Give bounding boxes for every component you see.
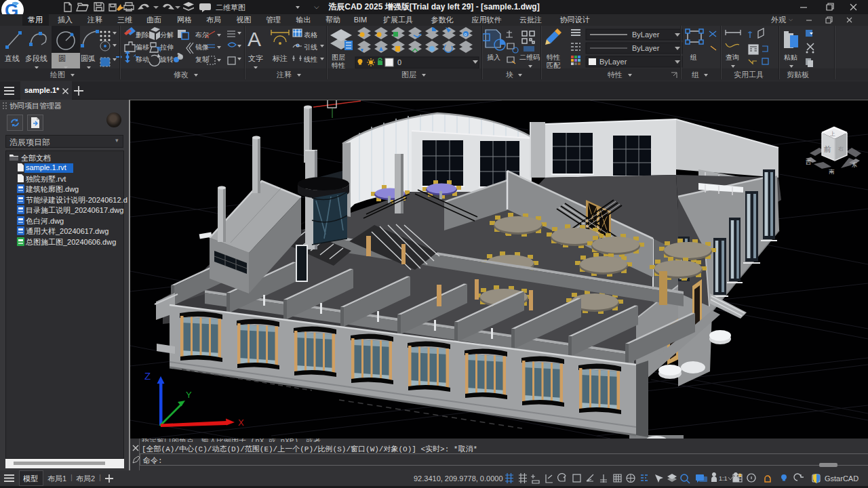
svg-text:ByLayer: ByLayer [599,58,627,66]
svg-text:上: 上 [829,131,835,137]
svg-text:Z: Z [144,370,151,382]
svg-text:前: 前 [823,145,831,153]
svg-text:1:1: 1:1 [719,475,728,482]
svg-text:X: X [238,418,244,428]
svg-text:A: A [248,28,261,50]
svg-text:0: 0 [397,58,401,66]
svg-text:西: 西 [806,159,811,165]
svg-text:Y: Y [186,390,192,400]
svg-text:o: o [465,32,467,37]
svg-text:ByLayer: ByLayer [632,30,660,39]
svg-text:右: 右 [838,146,844,152]
svg-text:东: 东 [852,162,857,168]
svg-text:ByLayer: ByLayer [632,44,660,52]
svg-text:南: 南 [829,169,835,175]
